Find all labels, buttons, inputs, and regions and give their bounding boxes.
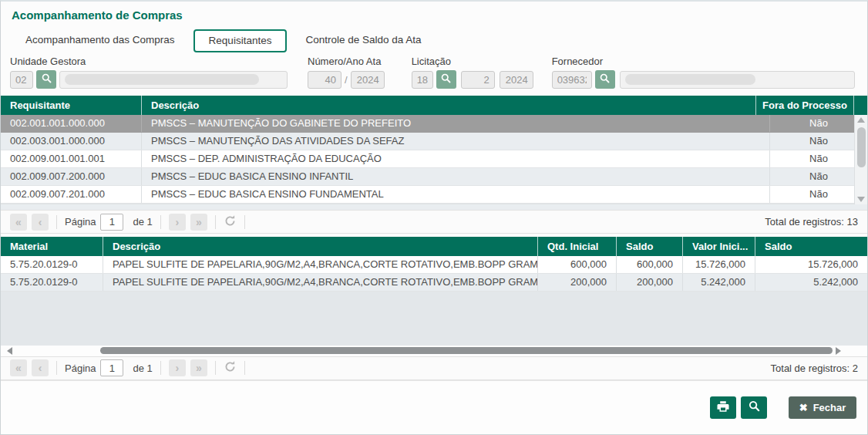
filter-bar: Unidade Gestora Número/Ano Ata / Licitaç… <box>1 52 867 96</box>
scroll-left-icon[interactable] <box>7 347 12 355</box>
prev-page-button[interactable]: ‹ <box>32 214 49 231</box>
scroll-up-icon[interactable] <box>857 117 865 123</box>
first-page-button[interactable]: « <box>10 214 27 231</box>
page-number-input[interactable] <box>100 359 123 376</box>
materiais-table-header: Material Descrição Qtd. Inicial Saldo Va… <box>1 237 867 256</box>
filter-unidade-gestora: Unidade Gestora <box>10 56 288 89</box>
search-icon <box>748 400 761 415</box>
fornecedor-search-button[interactable] <box>595 70 615 89</box>
tab[interactable]: Acompanhamento das Compras <box>12 28 189 52</box>
page-number-input[interactable] <box>100 214 123 231</box>
vertical-scrollbar[interactable] <box>854 115 867 204</box>
next-page-button[interactable]: › <box>169 359 186 376</box>
table-row[interactable]: 002.009.007.200.000 PMSCS – EDUC BASICA … <box>1 168 867 186</box>
divider <box>56 215 57 229</box>
last-page-button[interactable]: » <box>190 214 207 231</box>
close-button[interactable]: ✖ Fechar <box>789 396 856 419</box>
page-label: Página <box>65 216 96 228</box>
first-page-button[interactable]: « <box>10 359 27 376</box>
licitacao-search-button[interactable] <box>436 70 456 89</box>
close-button-label: Fechar <box>813 402 846 413</box>
refresh-button[interactable] <box>224 214 237 230</box>
redacted-text <box>65 74 259 85</box>
table-row[interactable]: 002.003.001.000.000 PMSCS – MANUTENÇÃO D… <box>1 133 867 150</box>
horizontal-scrollbar[interactable] <box>1 346 867 356</box>
divider <box>56 361 57 375</box>
materiais-pagination: « ‹ Página de 1 › » Total de registros: … <box>1 356 867 380</box>
search-icon <box>440 72 452 86</box>
unidade-gestora-code-input[interactable] <box>10 71 33 89</box>
empty-table-area <box>1 292 867 346</box>
licitacao-label: Licitação <box>412 56 533 70</box>
prev-page-button[interactable]: ‹ <box>32 359 49 376</box>
column-header-fora-do-processo[interactable]: Fora do Processo <box>755 96 853 115</box>
page-label: Página <box>65 362 96 374</box>
slash-separator: / <box>341 74 351 86</box>
scroll-down-icon[interactable] <box>857 197 865 202</box>
refresh-icon <box>224 360 237 376</box>
divider <box>160 215 161 229</box>
next-page-button[interactable]: › <box>169 214 186 231</box>
total-records-label: Total de registros: 2 <box>771 362 858 374</box>
print-button[interactable] <box>710 396 736 419</box>
divider <box>244 215 245 229</box>
search-records-button[interactable] <box>741 396 767 419</box>
requisitantes-pagination: « ‹ Página de 1 › » Total de registros: … <box>1 210 867 234</box>
column-header-qtd-inicial[interactable]: Qtd. Inicial <box>537 237 616 256</box>
table-row[interactable]: 5.75.20.0129-0 PAPEL SULFITE DE PAPELARI… <box>1 256 867 274</box>
page-of-label: de 1 <box>133 216 152 228</box>
acompanhamento-compras-window: Acompanhamento de Compras Acompanhamento… <box>0 0 868 435</box>
filter-fornecedor: Fornecedor <box>552 56 855 89</box>
requisitantes-table-body: 002.001.001.000.000 PMSCS – MANUTENÇÃO D… <box>1 115 867 210</box>
column-header-requisitante[interactable]: Requisitante <box>1 96 141 115</box>
ano-ata-input[interactable] <box>351 71 385 89</box>
divider <box>215 361 216 375</box>
tab-strip: Acompanhamento das ComprasRequisitantesC… <box>1 25 867 52</box>
fornecedor-label: Fornecedor <box>552 56 855 70</box>
divider <box>215 215 216 229</box>
printer-icon <box>716 400 730 416</box>
redacted-text <box>625 74 755 85</box>
last-page-button[interactable]: » <box>190 359 207 376</box>
tab[interactable]: Requisitantes <box>193 29 288 52</box>
scrollbar-thumb[interactable] <box>100 347 833 354</box>
scrollbar-thumb[interactable] <box>857 127 866 167</box>
licitacao-ano-input[interactable] <box>500 71 533 89</box>
scroll-right-icon[interactable] <box>836 347 841 355</box>
numero-ano-ata-label: Número/Ano Ata <box>308 56 385 70</box>
header-spacer <box>853 96 867 115</box>
requisitantes-table-header: Requisitante Descrição Fora do Processo <box>1 96 867 115</box>
unidade-gestora-label: Unidade Gestora <box>10 56 288 70</box>
tab[interactable]: Controle de Saldo da Ata <box>291 28 435 52</box>
divider <box>160 361 161 375</box>
column-header-descricao[interactable]: Descrição <box>103 237 537 256</box>
search-icon <box>41 72 52 86</box>
column-header-valor-inicial[interactable]: Valor Inici... <box>682 237 755 256</box>
column-header-material[interactable]: Material <box>1 237 103 256</box>
fornecedor-code-input[interactable] <box>552 71 592 89</box>
column-header-saldo-valor[interactable]: Saldo <box>755 237 867 256</box>
column-header-saldo[interactable]: Saldo <box>616 237 682 256</box>
divider <box>244 361 245 375</box>
refresh-icon <box>224 214 237 230</box>
total-records-label: Total de registros: 13 <box>765 216 858 228</box>
column-header-descricao[interactable]: Descrição <box>141 96 755 115</box>
table-row[interactable]: 5.75.20.0129-0 PAPEL SULFITE DE PAPELARI… <box>1 274 867 292</box>
refresh-button[interactable] <box>224 360 237 376</box>
search-icon <box>599 72 611 86</box>
table-row[interactable]: 002.009.007.201.000 PMSCS – EDUC BASICA … <box>1 186 867 204</box>
numero-ata-input[interactable] <box>308 71 341 89</box>
unidade-gestora-name-field[interactable] <box>59 71 288 89</box>
close-x-icon: ✖ <box>799 402 808 413</box>
table-row[interactable]: 002.001.001.000.000 PMSCS – MANUTENÇÃO D… <box>1 115 867 133</box>
requisitantes-table: Requisitante Descrição Fora do Processo … <box>1 96 867 210</box>
page-title: Acompanhamento de Compras <box>1 2 867 25</box>
page-of-label: de 1 <box>133 362 152 374</box>
table-row[interactable]: 002.009.001.001.001 PMSCS – DEP. ADMINIS… <box>1 150 867 168</box>
filter-licitacao: Licitação <box>412 56 533 89</box>
unidade-gestora-search-button[interactable] <box>36 70 56 89</box>
action-bar: ✖ Fechar <box>1 380 867 435</box>
licitacao-code-input[interactable] <box>412 71 433 89</box>
licitacao-numero-input[interactable] <box>461 71 495 89</box>
fornecedor-name-field[interactable] <box>620 71 855 89</box>
